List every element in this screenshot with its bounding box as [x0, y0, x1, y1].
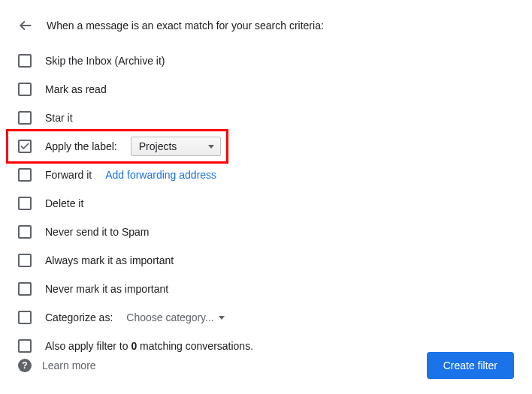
apply-label-dropdown[interactable]: Projects: [131, 137, 221, 156]
option-never-important: Never mark it as important: [18, 275, 514, 303]
option-apply-label: Apply the label: Projects: [18, 132, 514, 161]
label-apply-label: Apply the label:: [45, 140, 117, 152]
also-apply-suffix: matching conversations.: [137, 340, 253, 352]
categorize-dropdown[interactable]: Choose category...: [126, 311, 224, 323]
checkbox-always-important[interactable]: [18, 254, 32, 267]
checkbox-star-it[interactable]: [18, 111, 32, 125]
header-row: When a message is an exact match for you…: [18, 18, 514, 33]
option-categorize-as: Categorize as: Choose category...: [18, 303, 514, 332]
checkbox-categorize-as[interactable]: [18, 311, 32, 324]
checkbox-delete-it[interactable]: [18, 197, 32, 210]
label-always-important: Always mark it as important: [45, 254, 174, 266]
add-forwarding-link[interactable]: Add forwarding address: [105, 169, 216, 181]
checkbox-never-important[interactable]: [18, 282, 32, 296]
header-title: When a message is an exact match for you…: [47, 20, 324, 32]
learn-more-link[interactable]: Learn more: [42, 359, 96, 371]
label-star-it: Star it: [45, 112, 73, 124]
create-filter-button[interactable]: Create filter: [427, 352, 514, 379]
categorize-value: Choose category...: [126, 311, 213, 323]
option-never-spam: Never send it to Spam: [18, 218, 514, 246]
label-skip-inbox: Skip the Inbox (Archive it): [45, 55, 165, 67]
footer-left: ? Learn more: [18, 359, 96, 372]
label-mark-read: Mark as read: [45, 83, 107, 95]
label-never-spam: Never send it to Spam: [45, 226, 150, 238]
option-skip-inbox: Skip the Inbox (Archive it): [18, 47, 514, 75]
checkbox-also-apply[interactable]: [18, 339, 32, 353]
filter-options: Skip the Inbox (Archive it) Mark as read…: [18, 47, 514, 360]
label-forward-it: Forward it: [45, 169, 92, 181]
checkbox-apply-label[interactable]: [18, 140, 32, 153]
checkbox-never-spam[interactable]: [18, 225, 32, 239]
chevron-down-icon: [219, 316, 225, 320]
chevron-down-icon: [208, 145, 214, 149]
label-never-important: Never mark it as important: [45, 283, 168, 295]
help-icon[interactable]: ?: [18, 359, 32, 372]
label-categorize-as: Categorize as:: [45, 311, 113, 323]
option-mark-read: Mark as read: [18, 75, 514, 104]
footer: ? Learn more Create filter: [18, 352, 514, 379]
back-arrow-icon[interactable]: [18, 18, 33, 33]
checkbox-mark-read[interactable]: [18, 83, 32, 96]
option-star-it: Star it: [18, 104, 514, 132]
checkbox-skip-inbox[interactable]: [18, 54, 32, 68]
checkbox-forward-it[interactable]: [18, 168, 32, 182]
option-forward-it: Forward it Add forwarding address: [18, 161, 514, 189]
label-delete-it: Delete it: [45, 197, 83, 209]
also-apply-prefix: Also apply filter to: [45, 340, 131, 352]
apply-label-value: Projects: [139, 140, 177, 152]
option-always-important: Always mark it as important: [18, 246, 514, 275]
label-also-apply: Also apply filter to 0 matching conversa…: [45, 340, 253, 352]
option-delete-it: Delete it: [18, 189, 514, 218]
